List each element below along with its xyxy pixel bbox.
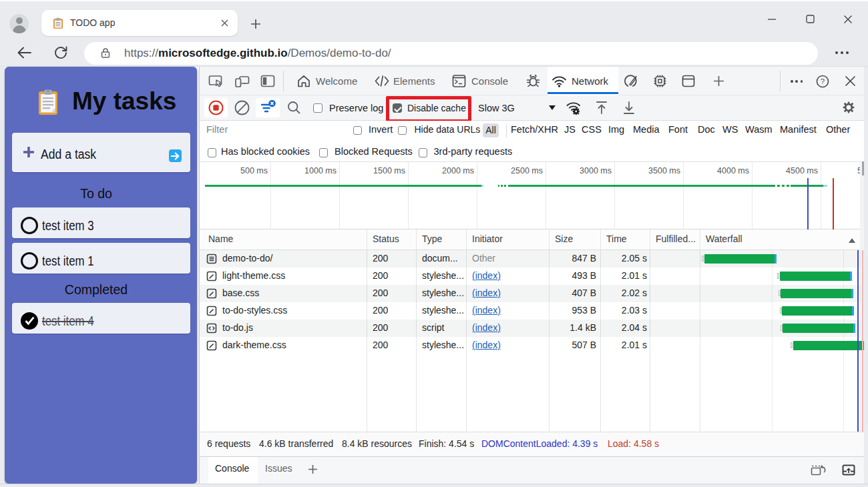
- svg-text:?: ?: [821, 77, 825, 85]
